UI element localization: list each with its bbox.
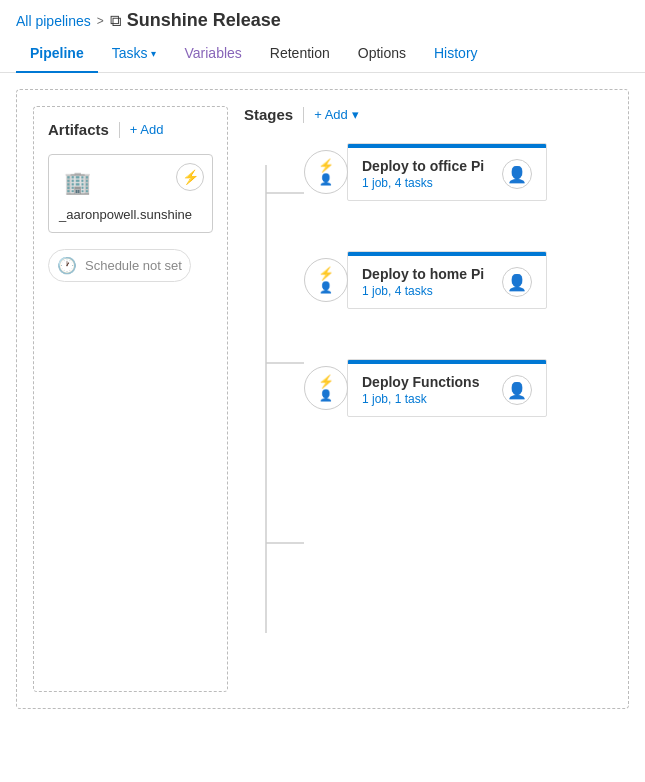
schedule-box[interactable]: 🕐 Schedule not set	[48, 249, 191, 282]
artifact-trigger-button[interactable]: ⚡	[176, 163, 204, 191]
stages-add-button[interactable]: + Add ▾	[314, 107, 359, 122]
tab-options[interactable]: Options	[344, 35, 420, 73]
stages-header: Stages + Add ▾	[244, 106, 596, 123]
schedule-text: Schedule not set	[85, 258, 182, 273]
stage-card-body-1: Deploy to office Pi 1 job, 4 tasks 👤	[348, 148, 546, 200]
stage-person-icon-2: 👤	[319, 282, 333, 293]
breadcrumb: All pipelines > ⧉ Sunshine Release	[0, 0, 645, 35]
tab-tasks[interactable]: Tasks ▾	[98, 35, 171, 73]
stage-meta-1: 1 job, 4 tasks	[362, 176, 502, 190]
stage-circle-2: ⚡ 👤	[304, 258, 348, 302]
stage-card-info-3: Deploy Functions 1 job, 1 task	[362, 374, 502, 406]
stage-lightning-icon-1: ⚡	[318, 159, 334, 172]
stage-card-body-2: Deploy to home Pi 1 job, 4 tasks 👤	[348, 256, 546, 308]
stage-approver-1[interactable]: 👤	[502, 159, 532, 189]
schedule-clock-icon: 🕐	[57, 256, 77, 275]
stage-card-3[interactable]: Deploy Functions 1 job, 1 task 👤	[347, 359, 547, 417]
stages-add-chevron-icon: ▾	[352, 107, 359, 122]
stage-card-1[interactable]: Deploy to office Pi 1 job, 4 tasks 👤	[347, 143, 547, 201]
stage-name-3: Deploy Functions	[362, 374, 502, 390]
pipeline-icon: ⧉	[110, 12, 121, 30]
artifacts-header: Artifacts + Add	[48, 121, 213, 138]
stage-row-2: ⚡ 👤 Deploy to home Pi 1 job, 4 tasks 👤	[244, 251, 596, 309]
stages-panel: Stages + Add ▾	[228, 106, 612, 692]
breadcrumb-separator: >	[97, 14, 104, 28]
stage-card-info-2: Deploy to home Pi 1 job, 4 tasks	[362, 266, 502, 298]
main-content: Artifacts + Add ⚡ 🏢 _aaronpowell.sunshin…	[0, 73, 645, 725]
stage-card-info-1: Deploy to office Pi 1 job, 4 tasks	[362, 158, 502, 190]
nav-tabs: Pipeline Tasks ▾ Variables Retention Opt…	[0, 35, 645, 73]
tab-variables[interactable]: Variables	[170, 35, 255, 73]
artifacts-title: Artifacts	[48, 121, 109, 138]
pipeline-container: Artifacts + Add ⚡ 🏢 _aaronpowell.sunshin…	[16, 89, 629, 709]
tasks-chevron-icon: ▾	[151, 48, 156, 59]
stage-lightning-icon-2: ⚡	[318, 267, 334, 280]
stages-title: Stages	[244, 106, 293, 123]
artifacts-add-button[interactable]: + Add	[130, 122, 164, 137]
stage-card-2[interactable]: Deploy to home Pi 1 job, 4 tasks 👤	[347, 251, 547, 309]
tab-retention[interactable]: Retention	[256, 35, 344, 73]
artifact-card: ⚡ 🏢 _aaronpowell.sunshine	[48, 154, 213, 233]
stage-row-1: ⚡ 👤 Deploy to office Pi 1 job, 4 tasks 👤	[244, 143, 596, 201]
stage-meta-3: 1 job, 1 task	[362, 392, 502, 406]
all-pipelines-link[interactable]: All pipelines	[16, 13, 91, 29]
stage-meta-2: 1 job, 4 tasks	[362, 284, 502, 298]
stages-area: ⚡ 👤 Deploy to office Pi 1 job, 4 tasks 👤	[244, 143, 596, 417]
page-title: Sunshine Release	[127, 10, 281, 31]
stage-row-3: ⚡ 👤 Deploy Functions 1 job, 1 task 👤	[244, 359, 596, 417]
stage-name-1: Deploy to office Pi	[362, 158, 502, 174]
stage-lightning-icon-3: ⚡	[318, 375, 334, 388]
stage-approver-2[interactable]: 👤	[502, 267, 532, 297]
stage-person-icon-3: 👤	[319, 390, 333, 401]
tab-history[interactable]: History	[420, 35, 492, 73]
stage-name-2: Deploy to home Pi	[362, 266, 502, 282]
stages-divider	[303, 107, 304, 123]
artifact-icon: 🏢	[59, 165, 95, 201]
stage-circle-3: ⚡ 👤	[304, 366, 348, 410]
tab-pipeline[interactable]: Pipeline	[16, 35, 98, 73]
artifact-name: _aaronpowell.sunshine	[59, 207, 202, 222]
artifacts-divider	[119, 122, 120, 138]
stage-person-icon-1: 👤	[319, 174, 333, 185]
stage-circle-1: ⚡ 👤	[304, 150, 348, 194]
artifacts-panel: Artifacts + Add ⚡ 🏢 _aaronpowell.sunshin…	[33, 106, 228, 692]
stage-card-body-3: Deploy Functions 1 job, 1 task 👤	[348, 364, 546, 416]
stage-approver-3[interactable]: 👤	[502, 375, 532, 405]
